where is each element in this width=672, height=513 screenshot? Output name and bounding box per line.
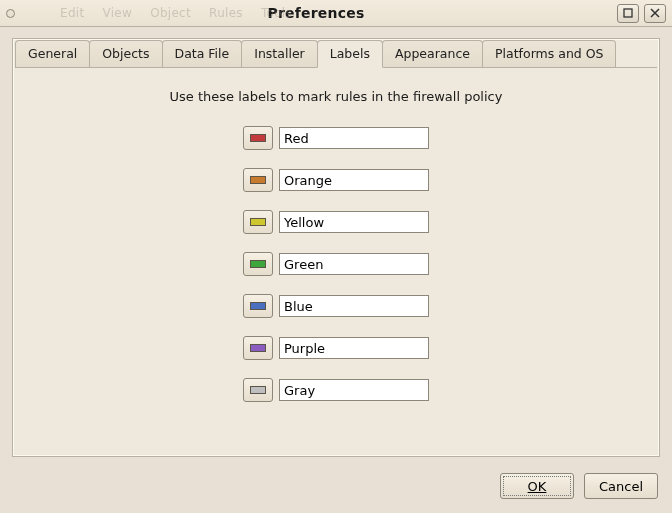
color-button-orange[interactable] (243, 168, 273, 192)
color-swatch-orange (250, 176, 266, 184)
labels-instruction: Use these labels to mark rules in the fi… (17, 89, 655, 104)
label-input-orange[interactable] (279, 169, 429, 191)
label-row-blue (243, 294, 429, 318)
label-row-green (243, 252, 429, 276)
label-row-gray (243, 378, 429, 402)
close-button[interactable] (644, 4, 666, 23)
maximize-icon (623, 8, 633, 18)
color-button-purple[interactable] (243, 336, 273, 360)
labels-page: Use these labels to mark rules in the fi… (17, 71, 655, 452)
label-input-green[interactable] (279, 253, 429, 275)
tab-strip: General Objects Data File Installer Labe… (13, 40, 659, 68)
label-input-red[interactable] (279, 127, 429, 149)
label-input-purple[interactable] (279, 337, 429, 359)
label-input-yellow[interactable] (279, 211, 429, 233)
color-button-red[interactable] (243, 126, 273, 150)
label-row-orange (243, 168, 429, 192)
tab-labels[interactable]: Labels (317, 40, 383, 68)
ok-label: OK (528, 479, 547, 494)
tab-platforms-os[interactable]: Platforms and OS (482, 40, 616, 68)
label-row-purple (243, 336, 429, 360)
color-swatch-gray (250, 386, 266, 394)
tab-data-file[interactable]: Data File (162, 40, 243, 68)
close-icon (650, 8, 660, 18)
color-button-blue[interactable] (243, 294, 273, 318)
dialog-button-row: OK Cancel (500, 473, 658, 499)
window-title: Preferences (15, 0, 617, 26)
color-swatch-blue (250, 302, 266, 310)
color-swatch-green (250, 260, 266, 268)
ok-button[interactable]: OK (500, 473, 574, 499)
tab-appearance[interactable]: Appearance (382, 40, 483, 68)
svg-rect-0 (624, 9, 632, 17)
label-input-gray[interactable] (279, 379, 429, 401)
color-swatch-purple (250, 344, 266, 352)
preferences-panel: General Objects Data File Installer Labe… (12, 38, 660, 457)
color-button-gray[interactable] (243, 378, 273, 402)
label-input-blue[interactable] (279, 295, 429, 317)
maximize-button[interactable] (617, 4, 639, 23)
tab-installer[interactable]: Installer (241, 40, 317, 68)
window-menu-dot[interactable] (6, 9, 15, 18)
label-row-yellow (243, 210, 429, 234)
color-swatch-red (250, 134, 266, 142)
tab-objects[interactable]: Objects (89, 40, 162, 68)
label-rows (17, 126, 655, 402)
label-row-red (243, 126, 429, 150)
titlebar: Edit View Object Rules Tools Preferences (0, 0, 672, 27)
color-button-green[interactable] (243, 252, 273, 276)
color-swatch-yellow (250, 218, 266, 226)
tab-general[interactable]: General (15, 40, 90, 68)
color-button-yellow[interactable] (243, 210, 273, 234)
cancel-button[interactable]: Cancel (584, 473, 658, 499)
